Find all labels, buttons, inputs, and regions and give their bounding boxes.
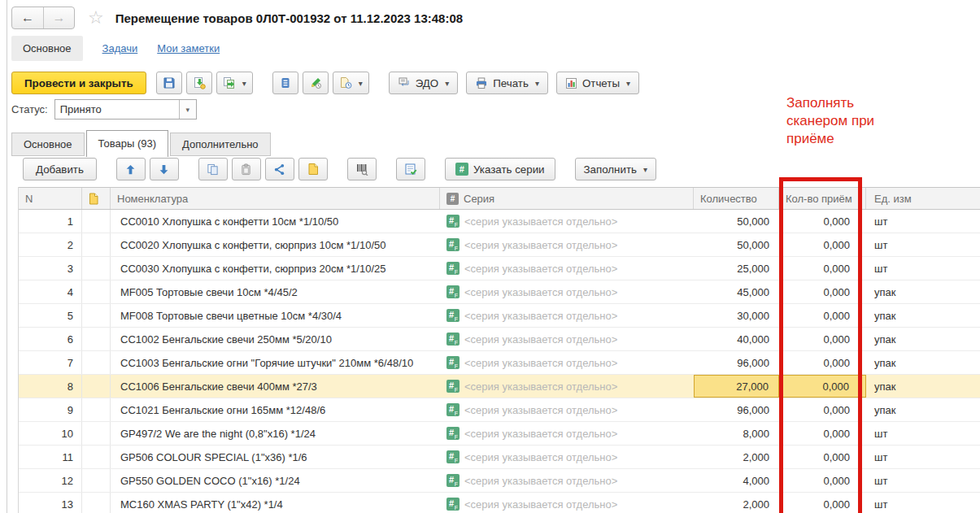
nomenclature-cell[interactable]: MF008 Тортовые свечи цветные 10см *4/30/… (111, 304, 440, 327)
status-combobox[interactable]: Принято (54, 99, 197, 120)
series-cell[interactable]: <серия указывается отдельно> (440, 493, 694, 513)
quantity-cell[interactable]: 27,000 (694, 375, 779, 398)
finish-editing-button[interactable] (298, 158, 328, 180)
header-series[interactable]: Серия (440, 188, 694, 209)
nomenclature-cell[interactable]: CC1002 Бенгальские свечи 250мм *5/20/10 (111, 328, 440, 350)
series-cell[interactable]: <серия указывается отдельно> (440, 422, 694, 445)
series-cell[interactable]: <серия указывается отдельно> (440, 469, 694, 492)
quantity-cell[interactable]: 96,000 (694, 351, 779, 374)
header-quantity[interactable]: Количество (694, 188, 779, 209)
check-fill-button[interactable] (396, 158, 425, 180)
quantity-cell[interactable]: 50,000 (694, 210, 779, 233)
quantity-receipt-cell[interactable]: 0,000 (779, 493, 866, 513)
table-row[interactable]: 2 CC0020 Хлопушка с конфетти, сюрприз 10… (19, 233, 980, 257)
header-attachment[interactable] (82, 188, 111, 209)
nomenclature-cell[interactable]: CC0010 Хлопушка с конфетти 10см *1/10/50 (111, 210, 440, 233)
header-nomenclature[interactable]: Номенклатура (111, 188, 440, 209)
nomenclature-cell[interactable]: GP497/2 We are the night (0,8"x16) *1/24 (111, 422, 440, 445)
table-row[interactable]: 11 GP506 COLOUR SPECIAL (1"x36) *1/6 <се… (19, 446, 980, 469)
split-row-button[interactable] (265, 158, 294, 180)
quantity-receipt-cell[interactable]: 0,000 (779, 257, 866, 280)
table-row[interactable]: 12 GP550 GOLDEN COCO (1"x16) *1/24 <сери… (19, 469, 980, 493)
header-n[interactable]: N (19, 188, 82, 209)
quantity-cell[interactable]: 4,000 (694, 469, 779, 492)
table-row[interactable]: 1 CC0010 Хлопушка с конфетти 10см *1/10/… (19, 210, 980, 233)
series-cell[interactable]: <серия указывается отдельно> (440, 304, 694, 327)
nomenclature-cell[interactable]: GP506 COLOUR SPECIAL (1"x36) *1/6 (111, 446, 440, 468)
reports-menu-button[interactable]: Отчеты (556, 72, 639, 94)
table-row[interactable]: 8 CC1006 Бенгальские свечи 400мм *27/3 <… (19, 375, 980, 398)
quantity-receipt-cell[interactable]: 0,000 (779, 375, 866, 398)
series-cell[interactable]: <серия указывается отдельно> (440, 375, 694, 398)
barcode-scanner-button[interactable] (347, 158, 377, 180)
print-menu-button[interactable]: Печать (466, 72, 548, 94)
quantity-cell[interactable]: 96,000 (694, 398, 779, 421)
quantity-receipt-cell[interactable]: 0,000 (779, 280, 866, 303)
series-cell[interactable]: <серия указывается отдельно> (440, 280, 694, 303)
quantity-cell[interactable]: 8,000 (694, 422, 779, 445)
table-row[interactable]: 5 MF008 Тортовые свечи цветные 10см *4/3… (19, 304, 980, 328)
register-records-button[interactable] (272, 72, 298, 94)
tab-additional[interactable]: Дополнительно (170, 133, 271, 156)
series-cell[interactable]: <серия указывается отдельно> (440, 446, 694, 468)
quantity-receipt-cell[interactable]: 0,000 (779, 210, 866, 233)
quantity-receipt-cell[interactable]: 0,000 (779, 398, 866, 421)
quantity-cell[interactable]: 50,000 (694, 233, 779, 256)
quantity-cell[interactable]: 40,000 (694, 328, 779, 350)
table-row[interactable]: 13 MC160 XMAS PARTY (1"x42) *1/4 <серия … (19, 493, 980, 513)
favorite-button[interactable] (88, 9, 104, 27)
table-row[interactable]: 9 CC1021 Бенгальские огни 165мм *12/48/6… (19, 398, 980, 422)
quantity-cell[interactable]: 30,000 (694, 304, 779, 327)
fill-menu-button[interactable]: Заполнить (575, 158, 656, 180)
quantity-cell[interactable]: 2,000 (694, 493, 779, 513)
paste-row-button[interactable] (232, 158, 261, 180)
document-log-button[interactable] (333, 72, 369, 94)
nomenclature-cell[interactable]: MC160 XMAS PARTY (1"x42) *1/4 (111, 493, 440, 513)
edo-menu-button[interactable]: ЭДО (389, 72, 459, 94)
quantity-cell[interactable]: 45,000 (694, 280, 779, 303)
series-cell[interactable]: <серия указывается отдельно> (440, 328, 694, 350)
nomenclature-cell[interactable]: CC1006 Бенгальские свечи 400мм *27/3 (111, 375, 440, 398)
status-dropdown-button[interactable] (179, 100, 196, 119)
series-cell[interactable]: <серия указывается отдельно> (440, 233, 694, 256)
post-and-close-button[interactable]: Провести и закрыть (11, 72, 146, 94)
header-unit[interactable]: Ед. изм (866, 188, 980, 209)
move-up-button[interactable] (116, 158, 146, 180)
header-quantity-receipt[interactable]: Кол-во приём (779, 188, 866, 209)
tab-main[interactable]: Основное (11, 36, 83, 61)
create-based-on-button[interactable] (216, 72, 253, 94)
table-row[interactable]: 6 CC1002 Бенгальские свечи 250мм *5/20/1… (19, 328, 980, 351)
nomenclature-cell[interactable]: CC0020 Хлопушка с конфетти, сюрприз 10см… (111, 233, 440, 256)
nomenclature-cell[interactable]: MF005 Тортовые свечи 10см *4/45/2 (111, 280, 440, 303)
post-document-button[interactable] (186, 72, 212, 94)
nomenclature-cell[interactable]: GP550 GOLDEN COCO (1"x16) *1/24 (111, 469, 440, 492)
nomenclature-cell[interactable]: CC1003 Бенгальские огни "Горячие штучки"… (111, 351, 440, 374)
edit-history-button[interactable] (303, 72, 329, 94)
table-row[interactable]: 4 MF005 Тортовые свечи 10см *4/45/2 <сер… (19, 280, 980, 304)
quantity-receipt-cell[interactable]: 0,000 (779, 422, 866, 445)
quantity-receipt-cell[interactable]: 0,000 (779, 304, 866, 327)
series-cell[interactable]: <серия указывается отдельно> (440, 398, 694, 421)
series-cell[interactable]: <серия указывается отдельно> (440, 351, 694, 374)
tab-goods[interactable]: Товары (93) (86, 130, 168, 157)
tab-doc-main[interactable]: Основное (11, 133, 85, 156)
tab-my-notes[interactable]: Мои заметки (157, 42, 220, 54)
table-row[interactable]: 3 CC0030 Хлопушка с конфетти, сюрприз 20… (19, 257, 980, 280)
specify-series-button[interactable]: Указать серии (445, 158, 555, 180)
add-row-button[interactable]: Добавить (23, 158, 97, 180)
nomenclature-cell[interactable]: CC1021 Бенгальские огни 165мм *12/48/6 (111, 398, 440, 421)
quantity-cell[interactable]: 2,000 (694, 446, 779, 468)
quantity-receipt-cell[interactable]: 0,000 (779, 351, 866, 374)
quantity-receipt-cell[interactable]: 0,000 (779, 328, 866, 350)
back-button[interactable] (12, 7, 43, 28)
quantity-cell[interactable]: 25,000 (694, 257, 779, 280)
copy-row-button[interactable] (198, 158, 228, 180)
nomenclature-cell[interactable]: CC0030 Хлопушка с конфетти, сюрприз 20см… (111, 257, 440, 280)
save-button[interactable] (156, 72, 182, 94)
series-cell[interactable]: <серия указывается отдельно> (440, 257, 694, 280)
quantity-receipt-cell[interactable]: 0,000 (779, 233, 866, 256)
tab-tasks[interactable]: Задачи (102, 42, 138, 54)
series-cell[interactable]: <серия указывается отдельно> (440, 210, 694, 233)
table-row[interactable]: 7 CC1003 Бенгальские огни "Горячие штучк… (19, 351, 980, 375)
forward-button[interactable] (43, 7, 74, 28)
